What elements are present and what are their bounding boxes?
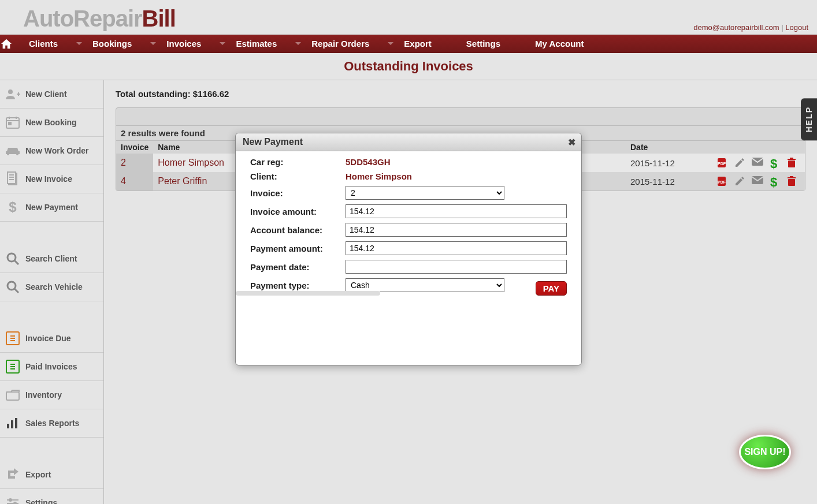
svg-text:$: $ bbox=[770, 157, 777, 170]
search-icon bbox=[5, 279, 21, 295]
page-title: Outstanding Invoices bbox=[0, 59, 817, 74]
pay-button[interactable]: PAY bbox=[536, 281, 567, 296]
signup-button[interactable]: SIGN UP! bbox=[739, 435, 791, 469]
document-green-icon bbox=[5, 359, 21, 375]
scroll-indicator bbox=[236, 291, 380, 296]
svg-point-27 bbox=[9, 499, 12, 501]
svg-text:PDF: PDF bbox=[718, 180, 726, 184]
new-payment-modal: New Payment ✖ Car reg: 5DD543GH Client: … bbox=[235, 133, 582, 365]
cell-actions: PDF $ bbox=[695, 172, 805, 191]
svg-point-0 bbox=[8, 89, 13, 94]
svg-rect-22 bbox=[6, 392, 19, 400]
label-payment-amount: Payment amount: bbox=[250, 244, 346, 253]
trash-icon[interactable] bbox=[786, 157, 799, 169]
sidebar-paid-invoices[interactable]: Paid Invoices bbox=[0, 353, 103, 381]
sidebar-inventory[interactable]: Inventory bbox=[0, 381, 103, 409]
cell-date: 2015-11-12 bbox=[626, 172, 695, 191]
nav-repair-orders[interactable]: Repair Orders bbox=[306, 35, 398, 53]
edit-icon[interactable] bbox=[734, 157, 747, 169]
svg-line-15 bbox=[14, 289, 18, 293]
svg-text:$: $ bbox=[9, 200, 17, 215]
cell-invoice[interactable]: 4 bbox=[116, 172, 153, 191]
user-links: demo@autorepairbill.com | Logout bbox=[693, 23, 808, 32]
user-email-link[interactable]: demo@autorepairbill.com bbox=[693, 23, 779, 32]
value-client: Homer Simpson bbox=[346, 171, 412, 181]
nav-clients[interactable]: Clients bbox=[23, 35, 87, 53]
chevron-down-icon bbox=[150, 42, 156, 45]
main-nav: Clients Bookings Invoices Estimates Repa… bbox=[0, 35, 817, 53]
cell-invoice[interactable]: 2 bbox=[116, 154, 153, 172]
svg-rect-44 bbox=[788, 177, 796, 178]
chevron-down-icon bbox=[388, 42, 393, 45]
logout-link[interactable]: Logout bbox=[785, 23, 808, 32]
search-icon bbox=[5, 251, 21, 267]
sidebar-search-client[interactable]: Search Client bbox=[0, 245, 103, 273]
svg-rect-24 bbox=[11, 420, 13, 428]
car-icon bbox=[5, 143, 21, 159]
person-plus-icon bbox=[5, 86, 21, 102]
nav-settings[interactable]: Settings bbox=[461, 35, 529, 53]
nav-estimates[interactable]: Estimates bbox=[230, 35, 306, 53]
sidebar-invoice-due[interactable]: Invoice Due bbox=[0, 324, 103, 353]
sliders-icon bbox=[5, 495, 21, 504]
edit-icon[interactable] bbox=[734, 176, 747, 187]
svg-rect-23 bbox=[7, 424, 9, 428]
sidebar-new-payment[interactable]: $ New Payment bbox=[0, 193, 103, 222]
help-tab[interactable]: HELP bbox=[801, 98, 817, 140]
logo: AutoRepairBill bbox=[23, 6, 794, 32]
th-date: Date bbox=[626, 141, 695, 154]
nav-my-account[interactable]: My Account bbox=[529, 35, 612, 53]
svg-point-12 bbox=[8, 253, 16, 262]
sidebar-new-booking[interactable]: New Booking bbox=[0, 109, 103, 137]
logo-part1: AutoRepair bbox=[23, 6, 142, 31]
payment-dollar-icon[interactable]: $ bbox=[769, 157, 782, 169]
calendar-icon bbox=[5, 114, 21, 130]
trash-icon[interactable] bbox=[786, 176, 799, 187]
dollar-icon: $ bbox=[5, 199, 21, 215]
cell-actions: PDF $ bbox=[695, 154, 805, 172]
sub-header: Outstanding Invoices bbox=[0, 53, 817, 80]
svg-point-14 bbox=[8, 282, 16, 290]
pdf-icon[interactable]: PDF bbox=[716, 157, 729, 169]
pdf-icon[interactable]: PDF bbox=[716, 176, 729, 187]
nav-bookings[interactable]: Bookings bbox=[87, 35, 161, 53]
value-car-reg: 5DD543GH bbox=[346, 157, 391, 167]
invoice-amount-input[interactable] bbox=[346, 204, 567, 218]
nav-invoices[interactable]: Invoices bbox=[161, 35, 230, 53]
svg-text:$: $ bbox=[770, 176, 777, 188]
modal-titlebar[interactable]: New Payment ✖ bbox=[236, 133, 581, 151]
mail-icon[interactable] bbox=[751, 176, 764, 187]
label-car-reg: Car reg: bbox=[250, 157, 346, 167]
label-payment-type: Payment type: bbox=[250, 281, 346, 290]
account-balance-input[interactable] bbox=[346, 223, 567, 237]
invoice-select[interactable]: 2 bbox=[346, 186, 504, 200]
chevron-down-icon bbox=[76, 42, 82, 45]
close-icon[interactable]: ✖ bbox=[568, 137, 575, 148]
mail-icon[interactable] bbox=[751, 157, 764, 169]
sidebar-search-vehicle[interactable]: Search Vehicle bbox=[0, 273, 103, 301]
sidebar-export[interactable]: Export bbox=[0, 461, 103, 489]
payment-date-input[interactable] bbox=[346, 260, 567, 274]
svg-rect-25 bbox=[15, 418, 17, 428]
sidebar-settings[interactable]: Settings bbox=[0, 489, 103, 504]
bar-chart-icon bbox=[5, 415, 21, 431]
sidebar: New Client New Booking New Work Order Ne… bbox=[0, 80, 104, 504]
sidebar-new-work-order[interactable]: New Work Order bbox=[0, 137, 103, 165]
payment-dollar-icon[interactable]: $ bbox=[769, 176, 782, 187]
document-icon bbox=[5, 171, 21, 187]
th-invoice: Invoice bbox=[116, 141, 153, 154]
chevron-down-icon bbox=[220, 42, 225, 45]
svg-rect-36 bbox=[788, 160, 795, 167]
sidebar-new-client[interactable]: New Client bbox=[0, 80, 103, 109]
nav-export[interactable]: Export bbox=[398, 35, 461, 53]
sidebar-new-invoice[interactable]: New Invoice bbox=[0, 165, 103, 193]
logo-part2: Bill bbox=[142, 6, 176, 31]
sidebar-sales-reports[interactable]: Sales Reports bbox=[0, 409, 103, 438]
payment-type-select[interactable]: Cash bbox=[346, 278, 504, 292]
payment-amount-input[interactable] bbox=[346, 241, 567, 255]
label-invoice: Invoice: bbox=[250, 188, 346, 198]
total-outstanding: Total outstanding: $1166.62 bbox=[116, 89, 805, 99]
home-icon[interactable] bbox=[0, 38, 23, 50]
svg-rect-37 bbox=[788, 159, 796, 160]
svg-rect-5 bbox=[9, 122, 11, 125]
